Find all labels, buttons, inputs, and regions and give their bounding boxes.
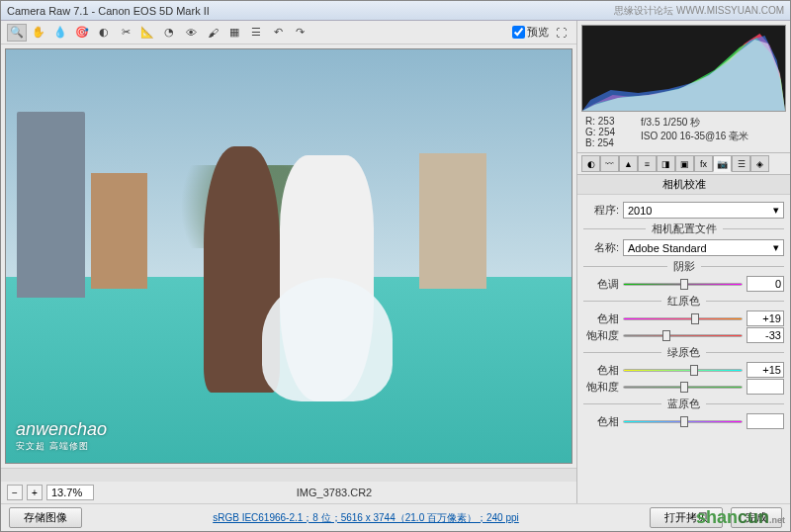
tab-hsl[interactable]: ≡ [638, 155, 657, 172]
preview-checkbox-input[interactable] [512, 26, 525, 39]
process-dropdown[interactable]: 2010▾ [623, 202, 784, 219]
photo-watermark: anwenchao 安文超 高端修图 [16, 419, 107, 453]
red-sat-label: 饱和度 [583, 328, 619, 343]
workflow-options-link[interactable]: sRGB IEC61966-2.1；8 位；5616 x 3744（21.0 百… [90, 511, 642, 525]
green-primary-label: 绿原色 [661, 345, 706, 360]
green-sat-input[interactable] [747, 379, 784, 395]
profile-name-label: 名称: [583, 240, 619, 255]
rgb-readout: R: 253G: 254B: 254 f/3.5 1/250 秒 ISO 200… [577, 116, 790, 148]
green-hue-slider[interactable] [623, 363, 743, 377]
panel-tab-strip: ◐ 〰 ▲ ≡ ◨ ▣ fx 📷 ☰ ◈ [577, 152, 790, 175]
tab-fx[interactable]: fx [694, 155, 713, 172]
tab-camera-calibration[interactable]: 📷 [713, 155, 732, 172]
horizontal-scrollbar[interactable] [1, 468, 576, 482]
straighten-tool-icon[interactable]: 📐 [137, 24, 157, 42]
shadow-tint-input[interactable] [747, 276, 784, 292]
target-adjust-tool-icon[interactable]: ◐ [94, 24, 114, 42]
fullscreen-icon[interactable]: ⛶ [551, 24, 571, 42]
blue-primary-label: 蓝原色 [661, 397, 706, 411]
profile-section-label: 相机配置文件 [646, 222, 723, 236]
chevron-down-icon: ▾ [773, 241, 779, 254]
redeye-tool-icon[interactable]: 👁 [181, 24, 201, 42]
crop-tool-icon[interactable]: ✂ [116, 24, 135, 42]
forum-watermark: 思缘设计论坛 WWW.MISSYUAN.COM [614, 4, 784, 18]
rotate-cw-icon[interactable]: ↷ [290, 24, 309, 42]
zoom-tool-icon[interactable]: 🔍 [7, 24, 27, 42]
zoom-in-button[interactable]: + [27, 485, 43, 500]
graduated-filter-tool-icon[interactable]: ▦ [224, 24, 244, 42]
adjustment-brush-tool-icon[interactable]: 🖌 [203, 24, 222, 42]
red-sat-input[interactable] [747, 327, 784, 343]
window-title: Camera Raw 7.1 - Canon EOS 5D Mark II [7, 5, 614, 17]
toolbar: 🔍 ✋ 💧 🎯 ◐ ✂ 📐 ◔ 👁 🖌 ▦ ☰ ↶ ↷ 预览 ⛶ [1, 21, 576, 44]
shadow-tint-slider[interactable] [623, 277, 743, 291]
color-sampler-tool-icon[interactable]: 🎯 [72, 24, 92, 42]
tab-split[interactable]: ◨ [657, 155, 675, 172]
tab-curve[interactable]: 〰 [600, 155, 619, 172]
blue-hue-input[interactable] [747, 413, 784, 429]
titlebar: Camera Raw 7.1 - Canon EOS 5D Mark II 思缘… [1, 1, 790, 21]
image-preview[interactable]: anwenchao 安文超 高端修图 [5, 48, 572, 464]
chevron-down-icon: ▾ [773, 204, 779, 217]
blue-hue-slider[interactable] [623, 414, 743, 428]
red-primary-label: 红原色 [661, 294, 706, 309]
zoom-bar: − + 13.7% IMG_3783.CR2 [1, 482, 576, 503]
shadows-section-label: 阴影 [667, 259, 701, 274]
histogram[interactable] [581, 25, 786, 112]
red-hue-input[interactable] [747, 310, 784, 326]
white-balance-tool-icon[interactable]: 💧 [50, 24, 70, 42]
red-hue-label: 色相 [583, 311, 619, 326]
bottom-bar: 存储图像 sRGB IEC61966-2.1；8 位；5616 x 3744（2… [1, 503, 790, 531]
save-image-button[interactable]: 存储图像 [9, 507, 82, 528]
tab-detail[interactable]: ▲ [619, 155, 638, 172]
panel-title: 相机校准 [577, 175, 790, 195]
zoom-level-dropdown[interactable]: 13.7% [46, 485, 94, 500]
preferences-icon[interactable]: ☰ [246, 24, 266, 42]
shancun-logo: shancun.net [696, 507, 785, 528]
tab-snapshots[interactable]: ◈ [750, 155, 769, 172]
blue-hue-label: 色相 [583, 414, 619, 429]
shadow-tint-label: 色调 [583, 277, 619, 292]
tab-presets[interactable]: ☰ [732, 155, 750, 172]
filename-label: IMG_3783.CR2 [98, 487, 571, 498]
svg-marker-3 [582, 40, 785, 111]
tab-basic[interactable]: ◐ [581, 155, 600, 172]
green-hue-label: 色相 [583, 363, 619, 378]
preview-checkbox[interactable]: 预览 [512, 25, 549, 40]
green-sat-slider[interactable] [623, 380, 743, 394]
spot-removal-tool-icon[interactable]: ◔ [159, 24, 179, 42]
red-sat-slider[interactable] [623, 328, 743, 342]
tab-lens[interactable]: ▣ [675, 155, 694, 172]
red-hue-slider[interactable] [623, 311, 743, 325]
zoom-out-button[interactable]: − [7, 485, 23, 500]
process-label: 程序: [583, 203, 619, 218]
green-sat-label: 饱和度 [583, 380, 619, 395]
rotate-ccw-icon[interactable]: ↶ [268, 24, 288, 42]
green-hue-input[interactable] [747, 362, 784, 378]
hand-tool-icon[interactable]: ✋ [29, 24, 48, 42]
profile-dropdown[interactable]: Adobe Standard▾ [623, 239, 784, 256]
